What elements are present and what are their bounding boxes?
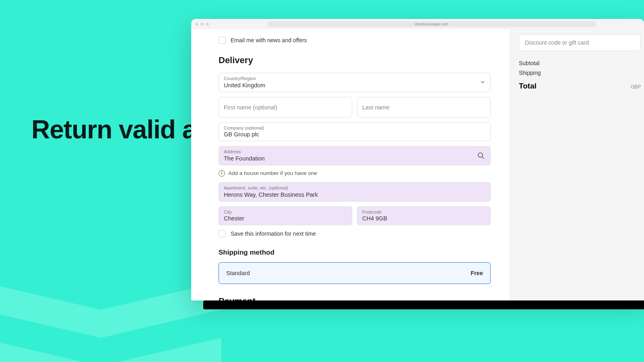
decorative-shadow	[203, 300, 644, 309]
postcode-value[interactable]: CH4 9GB	[362, 215, 485, 222]
address-hint-text: Add a house number if you have one	[228, 170, 317, 176]
country-select[interactable]: Country/Region United Kingdom	[219, 73, 491, 92]
info-icon: i	[219, 170, 225, 177]
search-icon[interactable]	[477, 152, 485, 159]
first-name-input[interactable]	[224, 100, 347, 115]
company-value[interactable]: GB Group plc	[224, 131, 485, 138]
email-news-row[interactable]: Email me with news and offers	[219, 37, 491, 44]
country-label: Country/Region	[224, 76, 485, 82]
city-value[interactable]: Chester	[224, 215, 347, 222]
total-label: Total	[519, 82, 537, 90]
order-summary: Discount code or gift card Subtotal Ship…	[509, 29, 644, 300]
first-name-field[interactable]	[219, 97, 352, 117]
email-news-label: Email me with news and offers	[231, 37, 307, 43]
shipping-label: Shipping	[519, 70, 541, 76]
save-info-row[interactable]: Save this information for next time	[219, 230, 491, 237]
address-field[interactable]: Address The Foundation	[219, 146, 491, 165]
traffic-light-close[interactable]	[195, 23, 198, 26]
company-label: Company (optional)	[224, 125, 485, 131]
email-news-checkbox[interactable]	[219, 37, 226, 44]
city-field[interactable]: City Chester	[219, 206, 352, 226]
apartment-label: Apartment, suite, etc. (optional)	[224, 185, 485, 191]
shipping-option-standard[interactable]: Standard Free	[219, 262, 491, 284]
apartment-value[interactable]: Herons Way, Chester Business Park	[224, 191, 485, 199]
total-currency: GBP	[631, 84, 641, 90]
address-label: Address	[224, 149, 485, 155]
subtotal-label: Subtotal	[519, 60, 539, 66]
apartment-field[interactable]: Apartment, suite, etc. (optional) Herons…	[219, 182, 491, 202]
checkout-form: Email me with news and offers Delivery C…	[191, 29, 509, 300]
company-field[interactable]: Company (optional) GB Group plc	[219, 122, 491, 142]
shipping-method-heading: Shipping method	[219, 249, 491, 257]
chevron-down-icon	[481, 80, 485, 84]
decorative-chevrons	[0, 201, 221, 362]
svg-point-0	[478, 153, 483, 157]
traffic-light-max[interactable]	[206, 23, 209, 26]
city-label: City	[224, 210, 347, 215]
shipping-option-name: Standard	[226, 270, 250, 276]
postcode-label: Postcode	[362, 210, 485, 215]
save-info-label: Save this information for next time	[231, 230, 316, 237]
delivery-heading: Delivery	[219, 55, 491, 66]
svg-line-1	[482, 157, 484, 159]
browser-chrome: checkout.loqate.com	[191, 19, 644, 29]
discount-input[interactable]: Discount code or gift card	[519, 34, 641, 51]
browser-window: checkout.loqate.com Email me with news a…	[191, 19, 644, 300]
payment-heading: Payment	[219, 296, 491, 300]
last-name-input[interactable]	[362, 100, 485, 115]
last-name-field[interactable]	[357, 97, 491, 117]
save-info-checkbox[interactable]	[219, 230, 226, 237]
address-hint: i Add a house number if you have one	[219, 170, 491, 177]
url-bar[interactable]: checkout.loqate.com	[267, 21, 596, 27]
postcode-field[interactable]: Postcode CH4 9GB	[357, 206, 491, 226]
address-value[interactable]: The Foundation	[224, 155, 485, 162]
country-value: United Kingdom	[224, 82, 485, 89]
shipping-option-price: Free	[471, 270, 483, 276]
traffic-light-min[interactable]	[200, 23, 204, 26]
